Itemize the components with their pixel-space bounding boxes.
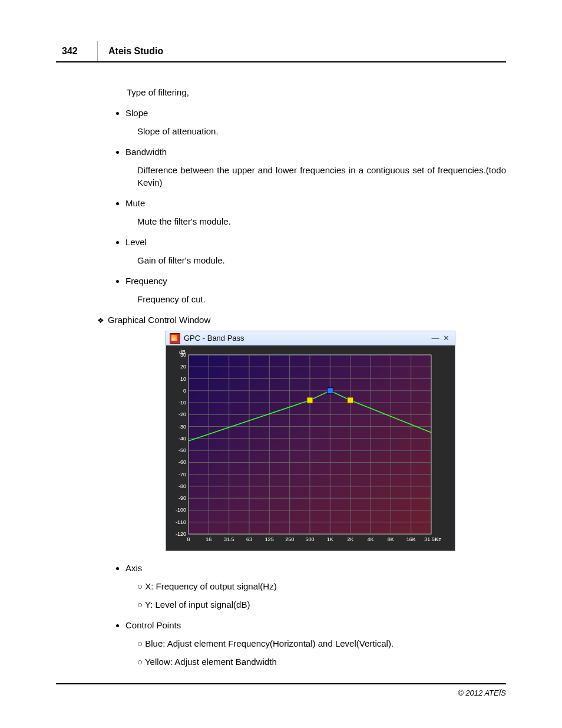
- page-number: 342: [56, 45, 97, 61]
- window-title: GPC - Band Pass: [184, 333, 244, 344]
- definition-list: Slope Slope of attenuation. Bandwidth Di…: [115, 107, 506, 305]
- ctrl-sublist: Blue: Adjust element Frequency(Horizonta…: [125, 637, 506, 668]
- ctrl-blue: Blue: Adjust element Frequency(Horizonta…: [137, 637, 506, 650]
- app-window: GPC - Band Pass — ✕ 3020100-10-20-30-40-…: [166, 331, 455, 551]
- item-label: Frequency: [125, 276, 167, 286]
- page-header: 342 Ateis Studio: [56, 41, 506, 62]
- svg-text:-30: -30: [178, 424, 186, 430]
- axis-x: X: Frequency of output signal(Hz): [137, 580, 506, 592]
- svg-rect-63: [307, 397, 313, 403]
- svg-text:Hz: Hz: [435, 536, 441, 542]
- response-chart[interactable]: 3020100-10-20-30-40-50-60-70-80-90-100-1…: [168, 347, 449, 547]
- svg-text:20: 20: [180, 364, 186, 370]
- svg-text:125: 125: [265, 536, 274, 542]
- svg-text:-10: -10: [178, 400, 186, 406]
- svg-text:dB: dB: [179, 349, 186, 355]
- svg-text:8K: 8K: [388, 536, 394, 542]
- item-label: Control Points: [125, 620, 181, 630]
- svg-text:1K: 1K: [327, 536, 333, 542]
- svg-text:31.5: 31.5: [224, 536, 234, 542]
- svg-text:8: 8: [187, 536, 190, 542]
- close-button[interactable]: ✕: [441, 333, 451, 344]
- body: Type of filtering, Slope Slope of attenu…: [56, 86, 506, 668]
- minimize-button[interactable]: —: [430, 333, 441, 344]
- figure: GPC - Band Pass — ✕ 3020100-10-20-30-40-…: [166, 331, 455, 551]
- diamond-icon: ❖: [97, 315, 104, 326]
- svg-text:2K: 2K: [347, 536, 353, 542]
- svg-rect-64: [348, 397, 353, 403]
- item-desc: Mute the filter's module.: [137, 215, 506, 228]
- svg-text:-70: -70: [178, 472, 186, 477]
- footer: © 2012 ATEÏS: [56, 683, 506, 699]
- item-bandwidth: Bandwidth Difference between the upper a…: [125, 146, 506, 189]
- axis-sublist: X: Frequency of output signal(Hz) Y: Lev…: [125, 580, 506, 611]
- header-divider: [97, 41, 98, 61]
- svg-text:-90: -90: [178, 496, 186, 502]
- svg-text:250: 250: [285, 536, 294, 542]
- svg-text:-120: -120: [176, 531, 186, 537]
- svg-text:-100: -100: [176, 508, 186, 513]
- svg-text:-50: -50: [178, 447, 186, 453]
- item-label: Slope: [125, 108, 148, 118]
- svg-text:63: 63: [246, 536, 252, 542]
- item-label: Bandwidth: [125, 147, 167, 157]
- item-frequency: Frequency Frequency of cut.: [125, 275, 506, 305]
- svg-text:-40: -40: [178, 436, 186, 442]
- item-desc: Frequency of cut.: [137, 293, 506, 305]
- svg-text:16: 16: [206, 536, 211, 542]
- svg-text:-110: -110: [176, 519, 186, 525]
- section-title: Graphical Control Window: [108, 315, 210, 325]
- item-label: Level: [125, 237, 147, 247]
- svg-text:-60: -60: [178, 460, 186, 466]
- intro-desc: Type of filtering,: [115, 86, 506, 98]
- item-axis: Axis X: Frequency of output signal(Hz) Y…: [125, 562, 506, 611]
- item-slope: Slope Slope of attenuation.: [125, 107, 506, 137]
- item-label: Axis: [125, 563, 142, 573]
- window-titlebar[interactable]: GPC - Band Pass — ✕: [166, 331, 455, 345]
- svg-text:-80: -80: [178, 483, 186, 489]
- doc-title: Ateis Studio: [103, 45, 163, 61]
- svg-text:16K: 16K: [406, 536, 416, 542]
- ctrl-yellow: Yellow: Adjust element Bandwidth: [137, 655, 506, 668]
- item-desc: Slope of attenuation.: [137, 125, 506, 137]
- chart-notes: Axis X: Frequency of output signal(Hz) Y…: [115, 562, 506, 668]
- svg-text:-20: -20: [178, 412, 186, 418]
- item-mute: Mute Mute the filter's module.: [125, 197, 506, 228]
- item-label: Mute: [125, 198, 145, 208]
- item-control-points: Control Points Blue: Adjust element Freq…: [125, 619, 506, 668]
- section-heading: ❖Graphical Control Window: [97, 314, 506, 326]
- chart-area[interactable]: 3020100-10-20-30-40-50-60-70-80-90-100-1…: [166, 345, 455, 551]
- svg-text:4K: 4K: [367, 536, 373, 542]
- axis-y: Y: Level of input signal(dB): [137, 598, 506, 611]
- item-level: Level Gain of filter's module.: [125, 236, 506, 266]
- svg-text:10: 10: [180, 376, 186, 382]
- svg-text:500: 500: [305, 536, 314, 542]
- svg-text:0: 0: [183, 388, 186, 394]
- item-desc: Difference between the upper and lower f…: [137, 164, 506, 189]
- item-desc: Gain of filter's module.: [137, 254, 506, 266]
- svg-rect-62: [327, 388, 333, 394]
- app-icon: [170, 333, 180, 344]
